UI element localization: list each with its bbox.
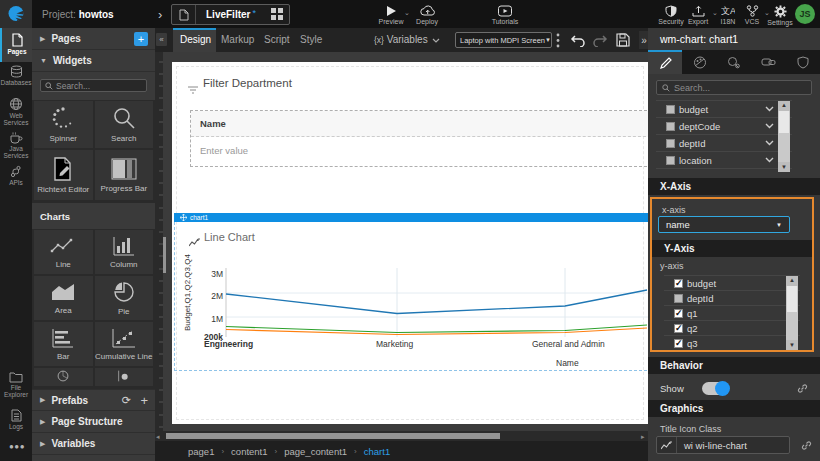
svg-text:文A: 文A [721,6,735,16]
